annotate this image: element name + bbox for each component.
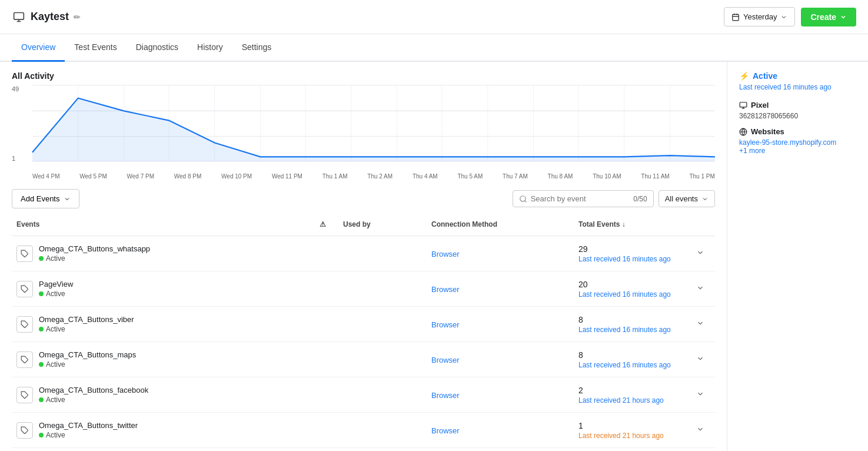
- expand-row-icon[interactable]: [691, 387, 715, 402]
- tab-diagnostics[interactable]: Diagnostics: [127, 34, 188, 62]
- status-dot: [39, 256, 44, 261]
- event-name: Omega_CTA_Buttons_facebook: [39, 386, 148, 394]
- status-dot: [39, 291, 44, 296]
- col-total-events: Total Events ↓: [574, 218, 691, 231]
- expand-row-icon[interactable]: [691, 423, 715, 437]
- event-warning: [315, 287, 338, 291]
- chart-area: [32, 85, 715, 162]
- expand-row-icon[interactable]: [691, 246, 715, 261]
- filter-select[interactable]: All events: [659, 190, 715, 207]
- search-count: 0/50: [633, 195, 647, 203]
- event-warning: [315, 322, 338, 327]
- sidebar-website-url[interactable]: kaylee-95-store.myshopify.com: [739, 138, 856, 147]
- event-status: Active: [39, 325, 134, 333]
- col-warning: ⚠: [315, 218, 338, 231]
- tab-history[interactable]: History: [188, 34, 232, 62]
- search-area: 0/50 All events: [513, 190, 715, 207]
- event-icon: [16, 316, 33, 333]
- event-connection: Browser: [427, 317, 574, 331]
- chart-x-labels: Wed 4 PM Wed 5 PM Wed 7 PM Wed 8 PM Wed …: [32, 173, 715, 180]
- header-left: Kaytest ✏: [12, 10, 81, 24]
- svg-rect-0: [14, 12, 24, 19]
- tab-overview[interactable]: Overview: [12, 34, 65, 62]
- header-right: Yesterday Create: [724, 7, 856, 26]
- date-picker[interactable]: Yesterday: [724, 7, 795, 26]
- nav-tabs: Overview Test Events Diagnostics History…: [0, 34, 868, 62]
- svg-point-21: [520, 195, 525, 201]
- add-events-button[interactable]: Add Events: [12, 189, 79, 208]
- search-box: 0/50: [513, 190, 654, 207]
- expand-row-icon[interactable]: [691, 281, 715, 296]
- col-connection: Connection Method: [427, 218, 574, 231]
- event-total: 2 Last received 21 hours ago: [574, 383, 691, 407]
- main-layout: All Activity 49 1: [0, 62, 868, 451]
- status-dot: [39, 397, 44, 402]
- sidebar-status: ⚡ Active: [739, 71, 856, 81]
- sidebar-last-received: Last received 16 minutes ago: [739, 83, 856, 91]
- event-used-by: [338, 357, 427, 362]
- event-used-by: [338, 428, 427, 433]
- app-header: Kaytest ✏ Yesterday Create: [0, 0, 868, 34]
- pulse-icon: ⚡: [739, 71, 749, 81]
- event-used-by: [338, 322, 427, 327]
- event-status: Active: [39, 431, 138, 439]
- col-used-by: Used by: [338, 218, 427, 231]
- sidebar-pixel-id: 362812878065660: [739, 112, 856, 120]
- filter-chevron-icon: [701, 195, 709, 203]
- event-warning: [315, 428, 338, 433]
- event-name-cell: PageView Active: [12, 277, 315, 300]
- event-total: 20 Last received 16 minutes ago: [574, 277, 691, 301]
- event-total: 1 Last received 21 hours ago: [574, 419, 691, 442]
- event-name: Omega_CTA_Buttons_maps: [39, 350, 136, 359]
- event-warning: [315, 251, 338, 256]
- event-icon: [16, 387, 33, 403]
- event-connection: Browser: [427, 247, 574, 261]
- sidebar-more-websites[interactable]: +1 more: [739, 147, 856, 155]
- table-row: Omega_CTA_Buttons_viber Active Browser 8…: [12, 307, 715, 342]
- svg-marker-20: [32, 98, 715, 161]
- event-icon: [16, 351, 33, 368]
- expand-row-icon[interactable]: [691, 352, 715, 367]
- toolbar: Add Events 0/50 All events: [12, 189, 715, 208]
- tab-settings[interactable]: Settings: [232, 34, 281, 62]
- event-connection: Browser: [427, 388, 574, 402]
- event-used-by: [338, 287, 427, 291]
- events-table: Omega_CTA_Buttons_whatsapp Active Browse…: [12, 236, 715, 448]
- event-icon: [16, 246, 33, 262]
- event-total: 29 Last received 16 minutes ago: [574, 242, 691, 266]
- create-button[interactable]: Create: [801, 8, 856, 26]
- event-used-by: [338, 393, 427, 397]
- status-dot: [39, 327, 44, 331]
- svg-rect-28: [740, 102, 747, 107]
- event-name-cell: Omega_CTA_Buttons_maps Active: [12, 348, 315, 371]
- svg-rect-1: [733, 14, 739, 20]
- table-header: Events ⚠ Used by Connection Method Total…: [12, 213, 715, 236]
- monitor-icon: [12, 10, 26, 24]
- event-connection: Browser: [427, 423, 574, 437]
- event-name-cell: Omega_CTA_Buttons_twitter Active: [12, 419, 315, 442]
- tab-test-events[interactable]: Test Events: [65, 34, 126, 62]
- app-title: Kaytest: [31, 11, 69, 23]
- event-total: 8 Last received 16 minutes ago: [574, 313, 691, 336]
- monitor-small-icon: [739, 101, 747, 110]
- content-area: All Activity 49 1: [0, 62, 727, 451]
- search-input[interactable]: [531, 194, 630, 203]
- event-status: Active: [39, 254, 150, 263]
- sidebar: ⚡ Active Last received 16 minutes ago Pi…: [727, 62, 868, 451]
- event-connection: Browser: [427, 353, 574, 367]
- event-name: Omega_CTA_Buttons_whatsapp: [39, 244, 150, 253]
- sidebar-status-label: Active: [753, 71, 777, 81]
- table-row: Omega_CTA_Buttons_maps Active Browser 8 …: [12, 342, 715, 377]
- event-name-cell: Omega_CTA_Buttons_whatsapp Active: [12, 242, 315, 265]
- edit-icon[interactable]: ✏: [74, 12, 81, 22]
- event-status: Active: [39, 360, 136, 369]
- event-name-cell: Omega_CTA_Buttons_viber Active: [12, 313, 315, 336]
- event-icon: [16, 281, 33, 297]
- event-name: Omega_CTA_Buttons_twitter: [39, 421, 138, 430]
- expand-row-icon[interactable]: [691, 317, 715, 331]
- event-status: Active: [39, 396, 148, 404]
- event-icon: [16, 422, 33, 439]
- sidebar-pixel-section: Pixel 362812878065660: [739, 101, 856, 120]
- event-warning: [315, 357, 338, 362]
- col-expand: [691, 218, 715, 231]
